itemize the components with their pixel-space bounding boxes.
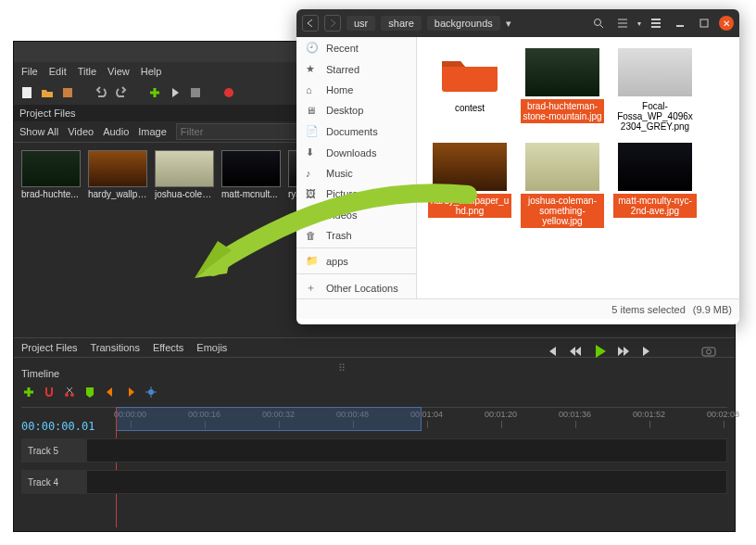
breadcrumb[interactable]: share: [381, 16, 422, 31]
thumb-label: hardy_wallpa...: [88, 189, 147, 199]
open-icon[interactable]: [40, 85, 55, 100]
folder-icon: 📁: [306, 255, 319, 267]
svg-point-9: [595, 19, 601, 26]
project-file-thumb[interactable]: joshua-colem...: [155, 150, 214, 330]
sidebar-item-documents[interactable]: 📄Documents: [296, 120, 416, 142]
breadcrumb[interactable]: usr: [346, 16, 375, 31]
marker-next-icon[interactable]: [123, 385, 138, 399]
camera-icon[interactable]: [701, 344, 716, 359]
menu-file[interactable]: File: [21, 66, 38, 77]
ruler-mark: 00:01:36: [559, 410, 591, 419]
svg-rect-1: [63, 88, 72, 97]
marker-add-icon[interactable]: [82, 385, 97, 399]
file-item[interactable]: matt-mcnulty-nyc-2nd-ave.jpg: [613, 143, 697, 228]
file-name: matt-mcnulty-nyc-2nd-ave.jpg: [613, 194, 697, 218]
file-item[interactable]: hardy_wallpaper_uhd.png: [428, 143, 511, 228]
search-icon[interactable]: [589, 14, 608, 32]
sidebar-item-pictures[interactable]: 🖼Pictures: [296, 184, 416, 204]
track-name[interactable]: Track 4: [22, 471, 87, 493]
track-name[interactable]: Track 5: [22, 439, 87, 462]
sidebar-item-starred[interactable]: ★Starred: [296, 58, 416, 80]
jump-end-icon[interactable]: [640, 344, 655, 359]
tab-showall[interactable]: Show All: [19, 126, 58, 137]
svg-point-7: [70, 393, 74, 397]
maximize-icon[interactable]: [695, 14, 713, 32]
vid-icon: 🎬: [306, 209, 319, 221]
undo-icon[interactable]: [94, 85, 108, 100]
fm-sidebar: 🕘Recent★Starred⌂Home🖥Desktop📄Documents⬇D…: [296, 37, 417, 298]
tab-audio[interactable]: Audio: [103, 126, 129, 137]
marker-prev-icon[interactable]: [103, 385, 118, 399]
tab-emojis[interactable]: Emojis: [196, 342, 227, 353]
project-file-thumb[interactable]: matt-mcnult...: [221, 150, 281, 330]
view-list-icon[interactable]: [613, 14, 632, 32]
file-item[interactable]: brad-huchteman-stone-mountain.jpg: [521, 48, 604, 133]
close-icon[interactable]: ✕: [719, 16, 734, 31]
drag-handle-icon[interactable]: ⠿: [338, 362, 349, 374]
status-count: 5 items selected: [611, 304, 685, 315]
tab-transitions[interactable]: Transitions: [91, 342, 140, 353]
menu-title[interactable]: Title: [78, 66, 96, 77]
sidebar-item-desktop[interactable]: 🖥Desktop: [296, 100, 416, 120]
file-item[interactable]: contest: [428, 48, 511, 133]
fm-file-grid[interactable]: contestbrad-huchteman-stone-mountain.jpg…: [417, 37, 739, 298]
trash-icon: 🗑: [306, 230, 319, 241]
sidebar-item-apps[interactable]: 📁apps: [296, 250, 416, 272]
razor-icon[interactable]: [62, 385, 77, 399]
menu-edit[interactable]: Edit: [49, 66, 67, 77]
tab-video[interactable]: Video: [68, 126, 94, 137]
jump-start-icon[interactable]: [544, 344, 559, 359]
svg-rect-0: [22, 87, 32, 98]
sidebar-item-videos[interactable]: 🎬Videos: [296, 204, 416, 225]
track-row[interactable]: Track 5: [21, 438, 727, 463]
rewind-icon[interactable]: [568, 344, 583, 359]
center-playhead-icon[interactable]: [144, 385, 158, 399]
doc-icon: 📄: [306, 125, 319, 137]
sidebar-item-music[interactable]: ♪Music: [296, 163, 416, 184]
tab-effects[interactable]: Effects: [153, 342, 183, 353]
record-icon[interactable]: [221, 85, 236, 100]
menu-help[interactable]: Help: [141, 66, 162, 77]
sidebar-item-label: Videos: [326, 209, 357, 221]
forward-icon[interactable]: [616, 344, 631, 359]
file-item[interactable]: Focal-Fossa_WP_4096x2304_GREY.png: [613, 48, 697, 133]
ruler-mark: 00:02:08: [707, 410, 739, 419]
down-icon: ⬇: [306, 146, 319, 158]
plus-icon: ＋: [306, 281, 319, 295]
playhead[interactable]: [116, 407, 117, 527]
redo-icon[interactable]: [114, 85, 129, 100]
forward-button[interactable]: [324, 15, 341, 32]
breadcrumb[interactable]: backgrounds: [427, 16, 500, 31]
tab-project-files[interactable]: Project Files: [21, 342, 78, 353]
snap-icon[interactable]: [42, 385, 57, 399]
back-button[interactable]: [302, 15, 319, 32]
add-track-icon[interactable]: [21, 385, 36, 399]
track-row[interactable]: Track 4: [21, 470, 727, 494]
music-icon: ♪: [306, 168, 319, 179]
sidebar-item-label: apps: [326, 256, 348, 267]
sidebar-item-home[interactable]: ⌂Home: [296, 80, 416, 100]
sidebar-item-trash[interactable]: 🗑Trash: [296, 225, 416, 246]
project-file-thumb[interactable]: hardy_wallpa...: [88, 150, 147, 330]
save-icon[interactable]: [60, 85, 75, 100]
new-icon[interactable]: [19, 85, 34, 100]
play-icon[interactable]: [168, 85, 183, 100]
sidebar-item-recent[interactable]: 🕘Recent: [296, 37, 416, 58]
hamburger-icon[interactable]: [647, 14, 665, 32]
sidebar-item-downloads[interactable]: ⬇Downloads: [296, 142, 416, 163]
sidebar-item-other-locations[interactable]: ＋Other Locations: [296, 276, 416, 298]
tab-image[interactable]: Image: [138, 126, 167, 137]
file-item[interactable]: joshua-coleman-something-yellow.jpg: [521, 143, 604, 228]
export-icon[interactable]: [188, 85, 203, 100]
timecode[interactable]: 00:00:00.01: [21, 420, 94, 433]
menu-view[interactable]: View: [107, 66, 130, 77]
minimize-icon[interactable]: [671, 14, 689, 32]
selection-region[interactable]: [116, 407, 422, 431]
project-file-thumb[interactable]: brad-huchte...: [21, 150, 81, 330]
chevron-down-icon[interactable]: ▾: [637, 19, 641, 28]
fm-headerbar: usr share backgrounds ▾ ▾ ✕: [296, 9, 739, 37]
play-button-icon[interactable]: [592, 344, 607, 359]
add-icon[interactable]: [147, 85, 162, 100]
sidebar-item-label: Pictures: [326, 188, 363, 199]
chevron-down-icon[interactable]: ▾: [506, 18, 511, 30]
